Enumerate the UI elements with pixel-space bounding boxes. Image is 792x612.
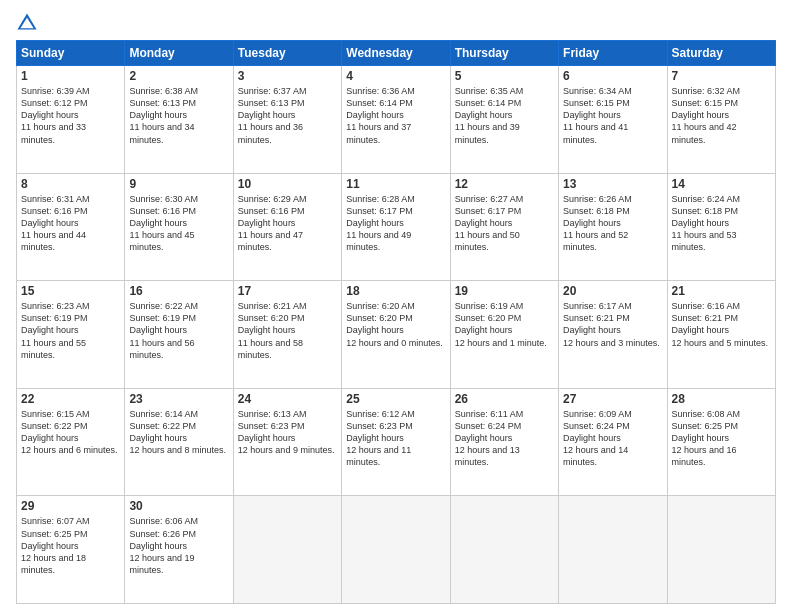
day-8: 8Sunrise: 6:31 AMSunset: 6:16 PMDaylight… xyxy=(17,173,125,281)
logo xyxy=(16,12,40,34)
day-13: 13Sunrise: 6:26 AMSunset: 6:18 PMDayligh… xyxy=(559,173,667,281)
day-empty xyxy=(342,496,450,604)
day-7: 7Sunrise: 6:32 AMSunset: 6:15 PMDaylight… xyxy=(667,66,775,174)
day-empty xyxy=(667,496,775,604)
week-row-4: 22Sunrise: 6:15 AMSunset: 6:22 PMDayligh… xyxy=(17,388,776,496)
day-empty xyxy=(559,496,667,604)
week-row-5: 29Sunrise: 6:07 AMSunset: 6:25 PMDayligh… xyxy=(17,496,776,604)
day-3: 3Sunrise: 6:37 AMSunset: 6:13 PMDaylight… xyxy=(233,66,341,174)
col-sunday: Sunday xyxy=(17,41,125,66)
header xyxy=(16,12,776,34)
page: Sunday Monday Tuesday Wednesday Thursday… xyxy=(0,0,792,612)
day-27: 27Sunrise: 6:09 AMSunset: 6:24 PMDayligh… xyxy=(559,388,667,496)
day-23: 23Sunrise: 6:14 AMSunset: 6:22 PMDayligh… xyxy=(125,388,233,496)
day-14: 14Sunrise: 6:24 AMSunset: 6:18 PMDayligh… xyxy=(667,173,775,281)
day-26: 26Sunrise: 6:11 AMSunset: 6:24 PMDayligh… xyxy=(450,388,558,496)
calendar-table: Sunday Monday Tuesday Wednesday Thursday… xyxy=(16,40,776,604)
day-empty xyxy=(233,496,341,604)
col-saturday: Saturday xyxy=(667,41,775,66)
week-row-1: 1Sunrise: 6:39 AMSunset: 6:12 PMDaylight… xyxy=(17,66,776,174)
col-wednesday: Wednesday xyxy=(342,41,450,66)
calendar-header-row: Sunday Monday Tuesday Wednesday Thursday… xyxy=(17,41,776,66)
day-10: 10Sunrise: 6:29 AMSunset: 6:16 PMDayligh… xyxy=(233,173,341,281)
day-30: 30Sunrise: 6:06 AMSunset: 6:26 PMDayligh… xyxy=(125,496,233,604)
day-16: 16Sunrise: 6:22 AMSunset: 6:19 PMDayligh… xyxy=(125,281,233,389)
day-12: 12Sunrise: 6:27 AMSunset: 6:17 PMDayligh… xyxy=(450,173,558,281)
day-6: 6Sunrise: 6:34 AMSunset: 6:15 PMDaylight… xyxy=(559,66,667,174)
day-24: 24Sunrise: 6:13 AMSunset: 6:23 PMDayligh… xyxy=(233,388,341,496)
day-11: 11Sunrise: 6:28 AMSunset: 6:17 PMDayligh… xyxy=(342,173,450,281)
day-1: 1Sunrise: 6:39 AMSunset: 6:12 PMDaylight… xyxy=(17,66,125,174)
day-2: 2Sunrise: 6:38 AMSunset: 6:13 PMDaylight… xyxy=(125,66,233,174)
col-monday: Monday xyxy=(125,41,233,66)
col-friday: Friday xyxy=(559,41,667,66)
day-25: 25Sunrise: 6:12 AMSunset: 6:23 PMDayligh… xyxy=(342,388,450,496)
day-18: 18Sunrise: 6:20 AMSunset: 6:20 PMDayligh… xyxy=(342,281,450,389)
week-row-3: 15Sunrise: 6:23 AMSunset: 6:19 PMDayligh… xyxy=(17,281,776,389)
col-thursday: Thursday xyxy=(450,41,558,66)
day-19: 19Sunrise: 6:19 AMSunset: 6:20 PMDayligh… xyxy=(450,281,558,389)
day-17: 17Sunrise: 6:21 AMSunset: 6:20 PMDayligh… xyxy=(233,281,341,389)
logo-icon xyxy=(16,12,38,34)
day-29: 29Sunrise: 6:07 AMSunset: 6:25 PMDayligh… xyxy=(17,496,125,604)
day-28: 28Sunrise: 6:08 AMSunset: 6:25 PMDayligh… xyxy=(667,388,775,496)
day-9: 9Sunrise: 6:30 AMSunset: 6:16 PMDaylight… xyxy=(125,173,233,281)
day-empty xyxy=(450,496,558,604)
week-row-2: 8Sunrise: 6:31 AMSunset: 6:16 PMDaylight… xyxy=(17,173,776,281)
col-tuesday: Tuesday xyxy=(233,41,341,66)
day-21: 21Sunrise: 6:16 AMSunset: 6:21 PMDayligh… xyxy=(667,281,775,389)
day-20: 20Sunrise: 6:17 AMSunset: 6:21 PMDayligh… xyxy=(559,281,667,389)
day-22: 22Sunrise: 6:15 AMSunset: 6:22 PMDayligh… xyxy=(17,388,125,496)
day-15: 15Sunrise: 6:23 AMSunset: 6:19 PMDayligh… xyxy=(17,281,125,389)
day-4: 4Sunrise: 6:36 AMSunset: 6:14 PMDaylight… xyxy=(342,66,450,174)
day-5: 5Sunrise: 6:35 AMSunset: 6:14 PMDaylight… xyxy=(450,66,558,174)
